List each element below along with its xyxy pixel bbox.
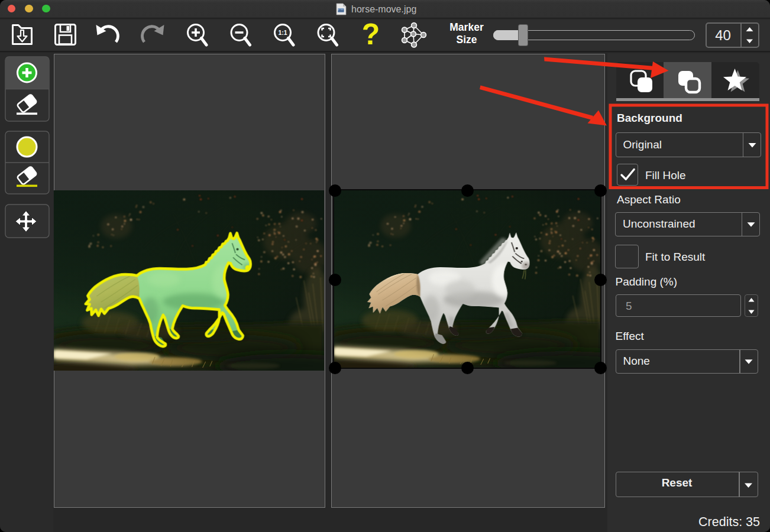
svg-text:?: ? bbox=[362, 18, 380, 51]
svg-text:1:1: 1:1 bbox=[278, 29, 287, 36]
